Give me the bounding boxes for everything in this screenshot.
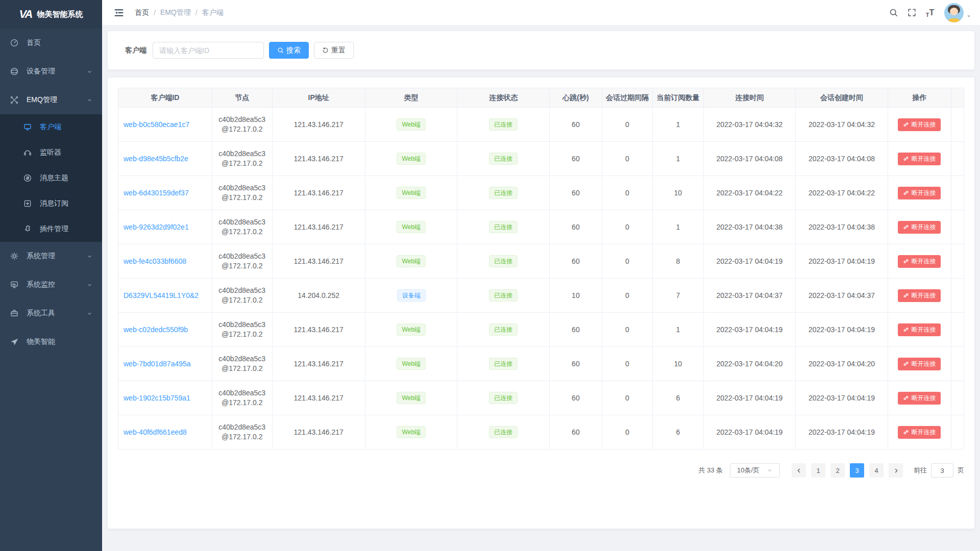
session-expiry-cell: 0: [602, 347, 652, 381]
disconnect-icon: [903, 156, 909, 162]
ip-cell: 14.204.0.252: [272, 279, 365, 313]
type-badge: Web端: [397, 255, 425, 267]
client-id-cell: web-1902c15b759a1: [118, 381, 212, 415]
action-cell: 断开连接: [888, 108, 951, 142]
page-button-3[interactable]: 3: [850, 463, 864, 478]
session-expiry-cell: 0: [602, 176, 652, 210]
ip-cell: 121.43.146.217: [272, 313, 365, 347]
prev-page-button[interactable]: [792, 463, 806, 478]
fullscreen-icon[interactable]: [902, 0, 921, 26]
disconnect-icon: [903, 190, 909, 196]
hamburger-icon[interactable]: [110, 4, 128, 21]
status-cell: 已连接: [457, 381, 550, 415]
breadcrumb-home[interactable]: 首页: [135, 8, 149, 17]
created-at-cell: 2022-03-17 04:04:20: [796, 347, 888, 381]
scrollbar-gutter: [951, 176, 964, 210]
type-badge: Web端: [397, 153, 425, 165]
status-badge: 已连接: [489, 289, 518, 302]
sidebar-item-subscribe[interactable]: 消息订阅: [0, 191, 102, 216]
sidebar-item-client[interactable]: 客户端: [0, 114, 102, 140]
action-cell: 断开连接: [888, 244, 951, 279]
disconnect-button[interactable]: 断开连接: [898, 153, 941, 165]
connected-at-cell: 2022-03-17 04:04:19: [703, 415, 796, 449]
search-icon[interactable]: [884, 0, 902, 26]
page-button-2[interactable]: 2: [830, 463, 845, 478]
app-title: 物美智能系统: [37, 10, 83, 19]
topbar-actions: TT: [884, 0, 972, 26]
sidebar-item-system-monitor[interactable]: 系统监控: [0, 270, 102, 299]
sidebar-item-device-mgmt[interactable]: 设备管理: [0, 57, 102, 86]
disconnect-button[interactable]: 断开连接: [898, 426, 941, 439]
sidebar-item-system-mgmt[interactable]: 系统管理: [0, 242, 102, 270]
client-id-link[interactable]: web-7bd01d87a495a: [124, 360, 191, 368]
column-header: 当前订阅数量: [653, 88, 703, 108]
client-id-link[interactable]: web-9263d2d9f02e1: [124, 223, 189, 231]
sidebar-item-emq-mgmt[interactable]: EMQ管理: [0, 86, 102, 114]
type-badge: 设备端: [397, 289, 426, 302]
sidebar-item-home[interactable]: 首页: [0, 29, 102, 57]
sidebar-item-label: 插件管理: [40, 224, 68, 234]
table-row: web-9263d2d9f02e1c40b2d8ea5c3@172.17.0.2…: [118, 210, 964, 244]
goto-page-input[interactable]: [931, 463, 953, 478]
status-badge: 已连接: [489, 323, 518, 336]
created-at-cell: 2022-03-17 04:04:37: [796, 279, 888, 313]
sidebar-item-listener[interactable]: 监听器: [0, 140, 102, 165]
breadcrumb: 首页 / EMQ管理 / 客户端: [135, 8, 224, 17]
column-header: 会话过期间隔: [602, 88, 652, 108]
search-button[interactable]: 搜索: [269, 42, 309, 59]
pagination: 共 33 条 10条/页 1234 前往: [118, 463, 964, 478]
sidebar-item-label: 客户端: [40, 122, 61, 132]
disconnect-button[interactable]: 断开连接: [898, 358, 941, 370]
caret-down-icon[interactable]: [966, 6, 972, 19]
type-badge: Web端: [397, 392, 425, 404]
disconnect-button[interactable]: 断开连接: [898, 187, 941, 199]
client-id-link[interactable]: D6329VL54419L1Y0&2: [124, 291, 199, 299]
client-id-link[interactable]: web-40f6df661eed8: [124, 428, 187, 436]
client-id-link[interactable]: web-b0c580ecae1c7: [124, 120, 189, 129]
sidebar-item-brand[interactable]: 物美智能: [0, 328, 102, 356]
type-cell: Web端: [365, 244, 457, 279]
disconnect-button[interactable]: 断开连接: [898, 323, 941, 336]
heartbeat-cell: 60: [550, 313, 602, 347]
sidebar-item-system-tools[interactable]: 系统工具: [0, 299, 102, 328]
reset-button[interactable]: 重置: [314, 42, 354, 59]
disconnect-button[interactable]: 断开连接: [898, 255, 941, 268]
status-cell: 已连接: [457, 176, 550, 210]
disconnect-icon: [903, 258, 909, 264]
disconnect-button[interactable]: 断开连接: [898, 392, 941, 405]
breadcrumb-client: 客户端: [202, 8, 224, 17]
page-button-4[interactable]: 4: [869, 463, 884, 478]
sidebar-item-plugin[interactable]: 插件管理: [0, 216, 102, 242]
sidebar-item-label: 物美智能: [27, 337, 55, 346]
session-expiry-cell: 0: [602, 279, 652, 313]
sidebar-nav: 首页设备管理EMQ管理客户端监听器消息主题消息订阅插件管理系统管理系统监控系统工…: [0, 29, 102, 356]
next-page-button[interactable]: [889, 463, 903, 478]
disconnect-button[interactable]: 断开连接: [898, 289, 941, 302]
connected-at-cell: 2022-03-17 04:04:19: [703, 313, 796, 347]
sidebar-item-topic[interactable]: 消息主题: [0, 165, 102, 191]
page-button-1[interactable]: 1: [811, 463, 825, 478]
client-id-link[interactable]: web-1902c15b759a1: [124, 394, 190, 402]
status-badge: 已连接: [489, 392, 518, 404]
status-badge: 已连接: [489, 255, 518, 267]
type-cell: Web端: [365, 347, 457, 381]
client-id-link[interactable]: web-c02dedc550f9b: [124, 325, 188, 334]
app-root: VA 物美智能系统 首页设备管理EMQ管理客户端监听器消息主题消息订阅插件管理系…: [0, 0, 980, 551]
ip-cell: 121.43.146.217: [272, 108, 365, 142]
listener-icon: [22, 147, 33, 158]
column-header: 类型: [365, 88, 457, 108]
disconnect-button[interactable]: 断开连接: [898, 118, 941, 131]
avatar[interactable]: [944, 3, 964, 22]
subscriptions-cell: 7: [653, 279, 703, 313]
scrollbar-gutter: [951, 313, 964, 347]
font-size-icon[interactable]: TT: [921, 0, 939, 26]
page-size-select[interactable]: 10条/页: [730, 463, 780, 478]
client-id-link[interactable]: web-d98e45b5cfb2e: [124, 155, 188, 163]
client-id-link[interactable]: web-6d430159def37: [124, 189, 189, 197]
client-id-link[interactable]: web-fe4c033bf6608: [124, 257, 186, 265]
client-id-input[interactable]: [153, 42, 264, 59]
action-cell: 断开连接: [888, 279, 951, 313]
chevron-down-icon: [86, 68, 93, 75]
type-badge: Web端: [397, 323, 425, 336]
disconnect-button[interactable]: 断开连接: [898, 221, 941, 234]
